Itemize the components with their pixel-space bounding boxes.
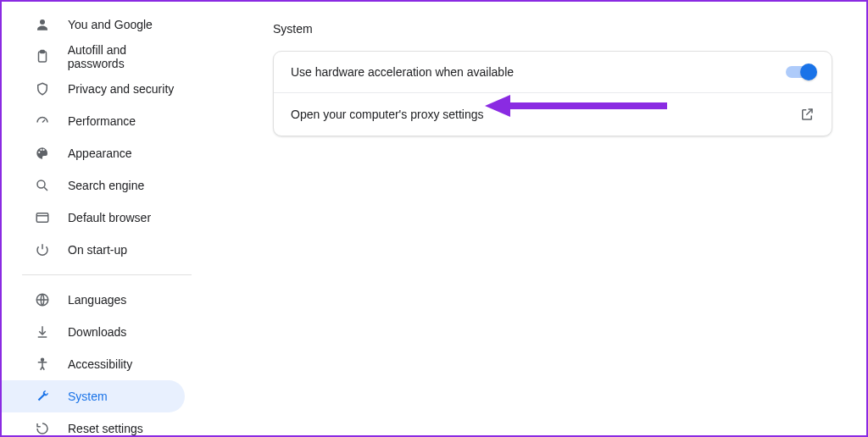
sidebar-item-privacy[interactable]: Privacy and security bbox=[2, 73, 185, 105]
speedometer-icon bbox=[34, 113, 51, 130]
reset-icon bbox=[34, 420, 51, 435]
palette-icon bbox=[34, 145, 51, 162]
sidebar-item-label: Languages bbox=[68, 293, 126, 307]
shield-icon bbox=[34, 80, 51, 97]
system-settings-card: Use hardware acceleration when available… bbox=[273, 51, 832, 136]
sidebar-item-autofill[interactable]: Autofill and passwords bbox=[2, 41, 185, 73]
browser-icon bbox=[34, 209, 51, 226]
sidebar-item-downloads[interactable]: Downloads bbox=[2, 316, 185, 348]
sidebar-item-label: Autofill and passwords bbox=[68, 43, 185, 70]
external-link-icon bbox=[799, 107, 815, 122]
sidebar-item-label: Appearance bbox=[68, 147, 132, 160]
row-label: Use hardware acceleration when available bbox=[291, 65, 514, 79]
section-title: System bbox=[273, 22, 832, 36]
sidebar-item-label: You and Google bbox=[68, 18, 153, 31]
wrench-icon bbox=[34, 388, 51, 405]
svg-point-6 bbox=[42, 358, 44, 361]
sidebar-item-label: Privacy and security bbox=[68, 82, 174, 96]
download-icon bbox=[34, 324, 51, 340]
sidebar-item-search-engine[interactable]: Search engine bbox=[2, 169, 185, 202]
sidebar-item-accessibility[interactable]: Accessibility bbox=[2, 348, 185, 380]
sidebar-item-performance[interactable]: Performance bbox=[2, 105, 185, 137]
sidebar-item-label: On start-up bbox=[68, 243, 127, 257]
sidebar-item-reset[interactable]: Reset settings bbox=[2, 412, 185, 435]
sidebar-item-label: Reset settings bbox=[68, 422, 143, 435]
svg-point-3 bbox=[37, 180, 45, 188]
sidebar-item-label: Accessibility bbox=[68, 357, 132, 371]
sidebar-item-label: Downloads bbox=[68, 325, 126, 339]
sidebar-item-label: Performance bbox=[68, 114, 136, 128]
row-label: Open your computer's proxy settings bbox=[291, 108, 484, 121]
person-icon bbox=[34, 16, 51, 33]
sidebar-item-label: System bbox=[68, 390, 108, 403]
svg-point-0 bbox=[40, 19, 45, 25]
sidebar-item-on-startup[interactable]: On start-up bbox=[2, 234, 185, 266]
sidebar-item-system[interactable]: System bbox=[2, 380, 185, 412]
accessibility-icon bbox=[34, 356, 51, 373]
globe-icon bbox=[34, 291, 51, 308]
sidebar-item-default-browser[interactable]: Default browser bbox=[2, 202, 185, 234]
sidebar-item-appearance[interactable]: Appearance bbox=[2, 137, 185, 169]
toggle-hardware-acceleration[interactable] bbox=[786, 66, 815, 78]
power-icon bbox=[34, 241, 51, 258]
svg-rect-2 bbox=[41, 51, 45, 53]
sidebar-item-label: Search engine bbox=[68, 179, 144, 192]
search-icon bbox=[34, 177, 51, 194]
sidebar-item-you-and-google[interactable]: You and Google bbox=[2, 8, 185, 41]
row-hardware-acceleration[interactable]: Use hardware acceleration when available bbox=[274, 52, 832, 92]
sidebar-divider bbox=[22, 274, 192, 275]
settings-sidebar: You and Google Autofill and passwords Pr… bbox=[2, 2, 205, 435]
svg-rect-4 bbox=[36, 213, 48, 223]
settings-main: System Use hardware acceleration when av… bbox=[205, 2, 866, 435]
sidebar-item-languages[interactable]: Languages bbox=[2, 284, 185, 316]
clipboard-icon bbox=[34, 48, 51, 65]
sidebar-item-label: Default browser bbox=[68, 211, 151, 224]
row-proxy-settings[interactable]: Open your computer's proxy settings bbox=[274, 92, 832, 136]
